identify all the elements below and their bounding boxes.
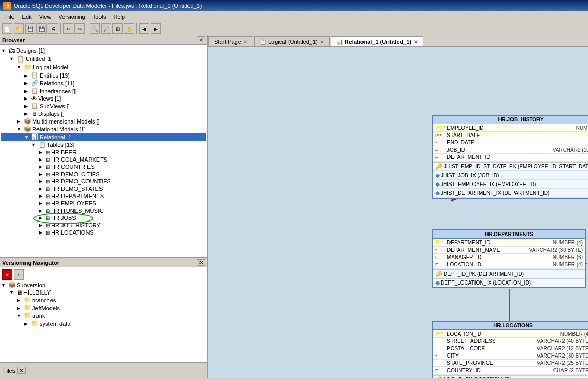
versioning-add-btn[interactable]: + (14, 269, 24, 280)
loc-street-type: VARCHAR2 (40 BYTE) (537, 338, 588, 344)
tree-systemdata[interactable]: ▶ 📁 system data (1, 320, 206, 327)
dept-row-deptid: P * DEPARTMENT_ID NUMBER (4) (433, 239, 585, 247)
versioning-close-btn[interactable]: ✕ (197, 259, 205, 266)
tree-multidim[interactable]: ▶ 📦 Multidimensional Models [] (1, 117, 206, 125)
tab-start-page[interactable]: Start Page ✕ (208, 36, 253, 46)
expand-multidim[interactable]: ▶ (17, 119, 23, 124)
tree-views[interactable]: ▶ 👁 Views [1] (1, 95, 206, 102)
expand-untitled1[interactable]: ▼ (9, 56, 16, 62)
expand-subversion[interactable]: ▼ (1, 283, 7, 288)
expand-jobs[interactable]: ▶ (39, 215, 45, 220)
expand-relational1[interactable]: ▼ (24, 134, 30, 140)
expand-demostates[interactable]: ▶ (39, 186, 45, 191)
tree-logical-model[interactable]: ▼ 📁 Logical Model (1, 63, 206, 71)
expand-tables[interactable]: ▼ (31, 142, 37, 148)
tb-zoom-out[interactable]: 🔎 (101, 23, 111, 34)
tb-back[interactable]: ◀ (139, 23, 149, 34)
tab-relational[interactable]: 📊 Relational_1 (Untitled_1) ✕ (331, 36, 423, 46)
tree-table-countries[interactable]: ▶ ⊞ HR.COUNTRIES (1, 163, 206, 170)
tb-undo[interactable]: ↩ (63, 23, 73, 34)
tree-hillbilly[interactable]: ▼ 🖥 HILLBILLY (1, 289, 206, 296)
expand-relations[interactable]: ▶ (24, 81, 30, 86)
tab-start-close[interactable]: ✕ (243, 39, 247, 45)
tree-table-cola[interactable]: ▶ ⊞ HR.COLA_MARKETS (1, 156, 206, 163)
tb-pan[interactable]: ✋ (124, 23, 134, 34)
relational-label: Relational Models [1] (32, 126, 86, 132)
tree-table-employees[interactable]: ▶ ⊞ HR.EMPLOYEES (1, 200, 206, 207)
expand-logical[interactable]: ▼ (17, 65, 23, 70)
tree-inheritances[interactable]: ▶ 📋 Inheritances [] (1, 87, 206, 95)
expand-itunes[interactable]: ▶ (39, 208, 45, 213)
tree-designs[interactable]: ▼ 🗂 Designs [1] (1, 46, 206, 55)
tree-branches[interactable]: ▶ 📁 branches (1, 296, 206, 304)
expand-relational[interactable]: ▼ (17, 127, 23, 132)
files-close-btn[interactable]: ✕ (17, 367, 26, 374)
menu-help[interactable]: Help (110, 13, 128, 21)
tree-table-locations[interactable]: ▶ ⊞ HR.LOCATIONS (1, 229, 206, 236)
expand-beer[interactable]: ▶ (39, 150, 45, 155)
tree-table-departments[interactable]: ▶ ⊞ HR.DEPARTMENTS (1, 192, 206, 200)
expand-inheritances[interactable]: ▶ (24, 89, 30, 94)
tb-save-all[interactable]: 💾 (36, 23, 47, 34)
menu-view[interactable]: View (36, 13, 55, 21)
tb-save[interactable]: 💾 (25, 23, 35, 34)
expand-trunk[interactable]: ▼ (17, 313, 23, 318)
expand-countries[interactable]: ▶ (39, 164, 45, 169)
jh-deptid-name: DEPARTMENT_ID (447, 154, 588, 160)
tree-jeffmodels[interactable]: ▶ 📁 JeffModels (1, 304, 206, 312)
expand-systemdata[interactable]: ▶ (24, 321, 30, 326)
expand-democounties[interactable]: ▶ (39, 179, 45, 184)
menu-tools[interactable]: Tools (90, 13, 109, 21)
tree-entities[interactable]: ▶ 📋 Entities [13] (1, 71, 206, 79)
loc-locid-name: LOCATION_ID (447, 331, 559, 337)
tree-untitled1[interactable]: ▼ 📋 Untitled_1 (1, 55, 206, 63)
app-icon: 🗄 (3, 2, 11, 10)
expand-branches[interactable]: ▶ (17, 298, 23, 303)
tb-fit[interactable]: ⊞ (112, 23, 123, 34)
tab-logical[interactable]: 📋 Logical (Untitled_1) ✕ (254, 36, 330, 46)
tree-relational[interactable]: ▼ 📦 Relational Models [1] (1, 125, 206, 133)
tb-print[interactable]: 🖨 (48, 23, 58, 34)
expand-departments[interactable]: ▶ (39, 193, 45, 199)
untitled1-label: Untitled_1 (26, 56, 52, 62)
expand-locations[interactable]: ▶ (39, 230, 45, 235)
tb-redo[interactable]: ↪ (74, 23, 85, 34)
expand-cola[interactable]: ▶ (39, 157, 45, 162)
tree-table-democities[interactable]: ▶ ⊞ HR.DEMO_CITIES (1, 170, 206, 178)
tree-relational1[interactable]: ▼ 📊 Relational_1 (1, 133, 206, 141)
tree-trunk[interactable]: ▼ 📁 trunk (1, 312, 206, 320)
expand-jeffmodels[interactable]: ▶ (17, 305, 23, 311)
expand-jobhistory[interactable]: ▶ (39, 223, 45, 228)
browser-close-btn[interactable]: ✕ (197, 36, 205, 43)
diagram-canvas[interactable]: HR.JOB_HISTORY PF* EMPLOYEE_ID NUMBER (6… (208, 47, 588, 378)
menu-edit[interactable]: Edit (19, 13, 35, 21)
tree-table-jobhistory[interactable]: ▶ ⊞ HR.JOB_HISTORY (1, 222, 206, 229)
tree-table-itunes[interactable]: ▶ ⊞ HR.ITUNES_MUSIC (1, 207, 206, 214)
tree-subversion[interactable]: ▼ 📦 Subversion (1, 281, 206, 289)
menu-versioning[interactable]: Versioning (55, 13, 88, 21)
versioning-remove-btn[interactable]: ✕ (2, 269, 12, 280)
tree-table-demostates[interactable]: ▶ ⊞ HR.DEMO_STATES (1, 185, 206, 192)
tree-relations[interactable]: ▶ 🔗 Relations [11] (1, 79, 206, 87)
tree-subviews[interactable]: ▶ 📋 SubViews [] (1, 102, 206, 110)
expand-designs[interactable]: ▼ (1, 48, 7, 53)
tree-table-democounties[interactable]: ▶ ⊞ HR.DEMO_COUNTIES (1, 178, 206, 185)
expand-hillbilly[interactable]: ▼ (9, 290, 16, 295)
tree-displays[interactable]: ▶ 🖥 Displays [] (1, 110, 206, 117)
tb-forward[interactable]: ▶ (151, 23, 161, 34)
menu-file[interactable]: File (2, 13, 18, 21)
expand-displays[interactable]: ▶ (24, 111, 30, 116)
expand-entities[interactable]: ▶ (24, 73, 30, 78)
tree-table-jobs[interactable]: ▶ ⊞ HR.JOBS (1, 214, 206, 222)
expand-subviews[interactable]: ▶ (24, 104, 30, 109)
tb-open[interactable]: 📂 (14, 23, 24, 34)
tab-relational-close[interactable]: ✕ (414, 39, 418, 45)
expand-employees[interactable]: ▶ (39, 201, 45, 206)
tree-tables[interactable]: ▼ 📋 Tables [13] (1, 141, 206, 149)
tb-new[interactable]: 📄 (2, 23, 12, 34)
expand-democities[interactable]: ▶ (39, 171, 45, 177)
expand-views[interactable]: ▶ (24, 96, 30, 101)
tab-logical-close[interactable]: ✕ (320, 39, 324, 45)
tree-table-beer[interactable]: ▶ ⊞ HR.BEER (1, 149, 206, 156)
tb-zoom-in[interactable]: 🔍 (90, 23, 100, 34)
